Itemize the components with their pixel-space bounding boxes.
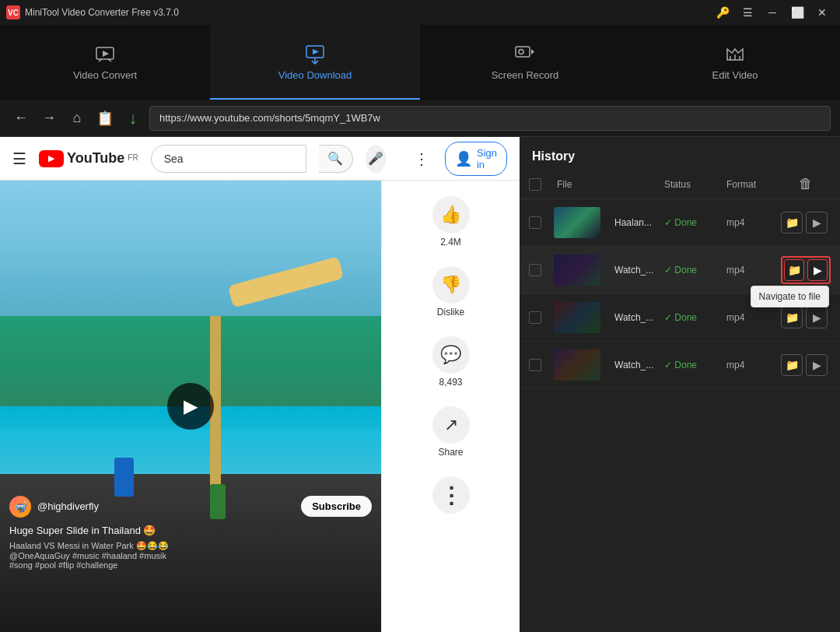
row-1-status: ✓ Done (664, 217, 726, 228)
app-icon: VC (6, 5, 20, 19)
tab-video-download-label: Video Download (278, 69, 352, 81)
select-all-checkbox[interactable] (529, 178, 541, 191)
history-table-header: File Status Format 🗑 (520, 170, 840, 199)
row-3-format: mp4 (726, 312, 781, 323)
maximize-button[interactable]: ⬜ (786, 4, 809, 21)
youtube-mic-button[interactable]: 🎤 (366, 145, 386, 173)
status-column-header: Status (664, 179, 726, 190)
comments-count: 8,493 (439, 377, 462, 388)
youtube-search-input[interactable] (151, 145, 306, 173)
row-1-play-button[interactable]: ▶ (806, 212, 828, 233)
key-icon[interactable]: 🔑 (711, 4, 734, 21)
row-1-navigate-button[interactable]: 📁 (781, 212, 803, 233)
row-2-format: mp4 (726, 265, 781, 276)
row-4-checkbox[interactable] (529, 359, 541, 371)
menu-button[interactable]: ☰ (736, 4, 759, 21)
subscribe-button[interactable]: Subscribe (301, 496, 372, 517)
youtube-more-options[interactable]: ⋮ (411, 146, 432, 171)
title-bar-left: VC MiniTool Video Converter Free v3.7.0 (6, 5, 179, 19)
video-download-icon (304, 43, 326, 65)
comment-action[interactable]: 💬 8,493 (432, 336, 470, 388)
like-action[interactable]: 👍 2.4M (432, 196, 470, 248)
youtube-signin-button[interactable]: 👤 Sign in (445, 142, 507, 176)
toolbar: ← → ⌂ 📋 ↓ (0, 100, 840, 137)
row-3-checkbox[interactable] (529, 311, 541, 324)
youtube-logo-suffix: FR (128, 153, 138, 162)
youtube-logo: YouTube FR (39, 150, 138, 167)
row-1-actions: 📁 ▶ (781, 212, 831, 233)
table-row: Haalan... ✓ Done mp4 📁 ▶ (520, 199, 840, 247)
share-label: Share (438, 447, 463, 458)
home-button[interactable]: ⌂ (65, 107, 89, 130)
tab-video-convert[interactable]: Video Convert (0, 25, 210, 100)
row-4-status: ✓ Done (664, 360, 726, 370)
row-3-play-button[interactable]: ▶ (806, 307, 828, 328)
navigate-to-file-tooltip: Navigate to file (751, 286, 829, 307)
youtube-actions-sidebar: 👍 2.4M 👎 Dislike 💬 8,493 ↗ Share ⋮ (381, 181, 520, 632)
download-button[interactable]: ↓ (121, 107, 145, 130)
title-bar: VC MiniTool Video Converter Free v3.7.0 … (0, 0, 840, 25)
history-panel: History File Status Format 🗑 Haalan... ✓… (520, 137, 840, 632)
row-4-navigate-button[interactable]: 📁 (781, 354, 803, 376)
app-title: MiniTool Video Converter Free v3.7.0 (25, 7, 179, 18)
video-container: ▶ 🤿 @highdiverfly Subscribe Huge Super S… (0, 181, 520, 632)
video-play-button[interactable]: ▶ (167, 383, 214, 430)
back-button[interactable]: ← (9, 107, 33, 130)
window-controls: 🔑 ☰ ─ ⬜ ✕ (711, 4, 834, 21)
format-column-header: Format (726, 179, 781, 190)
url-bar[interactable] (149, 106, 831, 131)
forward-button[interactable]: → (37, 107, 61, 130)
tab-screen-record-label: Screen Record (492, 69, 559, 81)
row-4-filename: Watch_... (608, 360, 664, 370)
youtube-logo-text: YouTube (67, 150, 124, 167)
row-4-format: mp4 (726, 360, 781, 370)
comment-icon: 💬 (432, 336, 470, 374)
video-title: Huge Super Slide in Thailand 🤩 (9, 524, 372, 538)
more-action[interactable]: ⋮ (432, 476, 470, 514)
row-2-play-button[interactable]: ▶ (807, 259, 828, 281)
tab-edit-video[interactable]: Edit Video (630, 25, 840, 100)
row-4-actions: 📁 ▶ (781, 354, 831, 376)
row-2-navigate-button[interactable]: 📁 (784, 259, 804, 281)
likes-count: 2.4M (440, 237, 461, 248)
share-action[interactable]: ↗ Share (432, 406, 470, 458)
video-main: ▶ 🤿 @highdiverfly Subscribe Huge Super S… (0, 181, 381, 632)
tab-video-download[interactable]: Video Download (210, 25, 420, 100)
row-2-checkbox[interactable] (529, 264, 541, 276)
youtube-header: ☰ YouTube FR 🔍 🎤 ⋮ 👤 Sign in (0, 137, 520, 181)
file-column-header: File (554, 179, 608, 190)
row-3-thumbnail (554, 302, 600, 333)
dislike-label: Dislike (437, 307, 464, 318)
tab-screen-record[interactable]: Screen Record (420, 25, 630, 100)
browser-area: ☰ YouTube FR 🔍 🎤 ⋮ 👤 Sign in (0, 137, 520, 632)
delete-all-button[interactable]: 🗑 (781, 176, 831, 192)
minimize-button[interactable]: ─ (761, 4, 784, 21)
row-2-actions: 📁 ▶ Navigate to file (781, 256, 831, 284)
youtube-search-button[interactable]: 🔍 (319, 145, 353, 173)
row-2-filename: Watch_... (608, 265, 664, 276)
row-1-checkbox[interactable] (529, 216, 541, 229)
row-1-format: mp4 (726, 217, 781, 228)
svg-point-3 (519, 49, 523, 54)
youtube-signin-label: Sign in (477, 147, 497, 170)
row-4-play-button[interactable]: ▶ (806, 354, 828, 376)
row-3-navigate-button[interactable]: 📁 (781, 307, 803, 328)
tab-video-convert-label: Video Convert (73, 69, 137, 81)
video-title-overlay: 🤿 @highdiverfly Subscribe Huge Super Sli… (9, 496, 372, 570)
svg-rect-2 (516, 47, 530, 57)
history-title: History (520, 137, 840, 170)
close-button[interactable]: ✕ (810, 4, 834, 21)
row-1-filename: Haalan... (608, 217, 664, 228)
nav-tabs: Video Convert Video Download Screen Reco… (0, 25, 840, 100)
like-icon: 👍 (432, 196, 470, 233)
clipboard-button[interactable]: 📋 (93, 107, 117, 130)
row-2-thumbnail (554, 255, 600, 286)
dislike-action[interactable]: 👎 Dislike (432, 266, 470, 318)
row-2-status: ✓ Done (664, 265, 726, 276)
youtube-menu-icon[interactable]: ☰ (12, 149, 26, 168)
screen-record-icon (514, 43, 536, 65)
table-row: Watch_... ✓ Done mp4 📁 ▶ (520, 342, 840, 389)
dislike-icon: 👎 (432, 266, 470, 304)
channel-name: @highdiverfly (37, 500, 99, 512)
video-description: Haaland VS Messi in Water Park 🤩😂😂 @OneA… (9, 541, 372, 570)
